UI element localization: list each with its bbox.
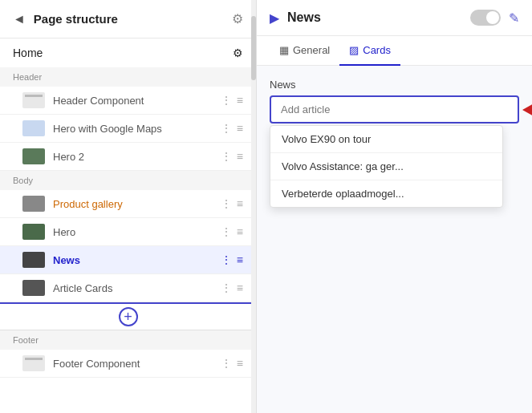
- dots-icon-product[interactable]: ⋮: [221, 197, 232, 210]
- scrollbar-track: [251, 0, 256, 413]
- scrollbar-thumb[interactable]: [251, 16, 256, 80]
- dots-icon-hero[interactable]: ⋮: [221, 225, 232, 238]
- thumb-header-component: [22, 92, 45, 108]
- tab-general[interactable]: ▦ General: [270, 36, 339, 66]
- tree-content: Home ⚙ Header Header Component ⋮ ≡ Hero …: [0, 38, 256, 413]
- item-label-article-cards: Article Cards: [53, 282, 221, 294]
- lines-icon-product[interactable]: ≡: [237, 197, 243, 210]
- dots-icon-footer[interactable]: ⋮: [221, 357, 232, 370]
- item-label-product-gallery: Product gallery: [53, 198, 221, 210]
- tabs-row: ▦ General ▨ Cards: [257, 36, 532, 66]
- tree-item-article-cards[interactable]: Article Cards ⋮ ≡: [0, 274, 256, 302]
- right-content: News Volvo EX90 on tour Volvo Assistance…: [257, 66, 532, 413]
- article-input-wrapper: Volvo EX90 on tour Volvo Assistance: ga …: [270, 95, 519, 123]
- section-header-label: Header: [0, 67, 256, 87]
- dots-icon-hero-maps[interactable]: ⋮: [221, 122, 232, 135]
- thumb-product-gallery: [22, 196, 45, 212]
- tree-item-news[interactable]: News ⋮ ≡: [0, 246, 256, 274]
- add-component-button[interactable]: +: [119, 307, 138, 326]
- expand-icon[interactable]: ▶: [270, 10, 279, 26]
- home-gear-icon[interactable]: ⚙: [233, 47, 243, 59]
- left-panel-header: ◄ Page structure ⚙: [0, 0, 256, 38]
- item-label-news: News: [53, 254, 221, 266]
- lines-icon-hero[interactable]: ≡: [237, 225, 243, 238]
- section-footer-label: Footer: [0, 330, 256, 350]
- right-panel: ▶ News ✎ ▦ General ▨ Cards News Volvo EX…: [257, 0, 532, 413]
- item-label-header-component: Header Component: [53, 95, 221, 107]
- dots-icon-hero2[interactable]: ⋮: [221, 150, 232, 163]
- tab-cards[interactable]: ▨ Cards: [339, 36, 400, 66]
- right-panel-header: ▶ News ✎: [257, 0, 532, 36]
- tree-item-header-component[interactable]: Header Component ⋮ ≡: [0, 87, 256, 115]
- red-arrow-indicator: [522, 103, 532, 116]
- item-label-hero-maps: Hero with Google Maps: [53, 123, 221, 135]
- thumb-hero: [22, 224, 45, 240]
- thumb-news: [22, 252, 45, 268]
- lines-icon-header[interactable]: ≡: [237, 94, 243, 107]
- thumb-hero-maps: [22, 120, 45, 136]
- item-label-hero2: Hero 2: [53, 151, 221, 163]
- dropdown-item-2[interactable]: Verbeterde oplaadmogel...: [270, 180, 502, 207]
- article-input[interactable]: [270, 95, 519, 123]
- lines-icon-news[interactable]: ≡: [237, 253, 243, 266]
- lines-icon-article[interactable]: ≡: [237, 281, 243, 294]
- left-panel: ◄ Page structure ⚙ Home ⚙ Header Header …: [0, 0, 257, 413]
- gear-icon[interactable]: ⚙: [232, 11, 243, 26]
- lines-icon-hero2[interactable]: ≡: [237, 150, 243, 163]
- tab-cards-icon: ▨: [349, 44, 359, 56]
- tree-item-product-gallery[interactable]: Product gallery ⋮ ≡: [0, 190, 256, 218]
- dots-icon-news[interactable]: ⋮: [221, 253, 232, 266]
- tab-cards-label: Cards: [363, 44, 391, 56]
- tab-general-label: General: [293, 44, 330, 56]
- thumb-article-cards: [22, 280, 45, 296]
- tab-general-icon: ▦: [279, 44, 289, 56]
- lines-icon-footer[interactable]: ≡: [237, 357, 243, 370]
- dropdown-item-0[interactable]: Volvo EX90 on tour: [270, 126, 502, 153]
- section-body-label: Body: [0, 171, 256, 190]
- edit-icon[interactable]: ✎: [509, 10, 519, 26]
- tree-item-hero[interactable]: Hero ⋮ ≡: [0, 218, 256, 246]
- item-label-hero: Hero: [53, 226, 221, 238]
- tree-item-footer-component[interactable]: Footer Component ⋮ ≡: [0, 350, 256, 378]
- thumb-hero2: [22, 148, 45, 164]
- home-item[interactable]: Home ⚙: [0, 38, 256, 67]
- dots-icon-header[interactable]: ⋮: [221, 94, 232, 107]
- add-button-row: +: [0, 302, 256, 330]
- panel-title: News: [287, 10, 470, 25]
- page-structure-title: Page structure: [34, 12, 232, 26]
- dots-icon-article[interactable]: ⋮: [221, 281, 232, 294]
- tree-item-hero-maps[interactable]: Hero with Google Maps ⋮ ≡: [0, 115, 256, 143]
- dropdown-item-1[interactable]: Volvo Assistance: ga ger...: [270, 153, 502, 180]
- lines-icon-hero-maps[interactable]: ≡: [237, 122, 243, 135]
- article-dropdown: Volvo EX90 on tour Volvo Assistance: ga …: [270, 125, 503, 208]
- toggle-switch[interactable]: [470, 10, 501, 26]
- thumb-footer-component: [22, 355, 45, 371]
- home-label: Home: [13, 47, 43, 59]
- field-label-news: News: [270, 79, 519, 91]
- back-icon[interactable]: ◄: [13, 12, 26, 26]
- item-label-footer-component: Footer Component: [53, 358, 221, 370]
- tree-item-hero2[interactable]: Hero 2 ⋮ ≡: [0, 143, 256, 171]
